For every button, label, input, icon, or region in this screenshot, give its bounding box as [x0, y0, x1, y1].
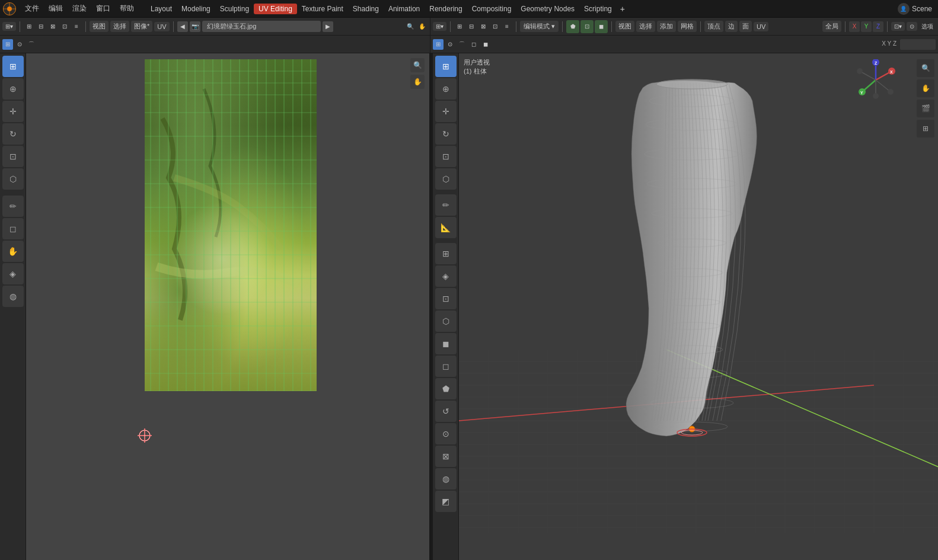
uv-tool-pinch[interactable]: ◍ — [2, 286, 24, 307]
vp-edge-menu[interactable]: 边 — [725, 21, 738, 32]
vp-add-menu[interactable]: 添加 — [657, 21, 676, 32]
uv-zoom-btn[interactable]: 🔍 — [405, 21, 416, 32]
vp-tool-add-cube[interactable]: ⊞ — [435, 243, 457, 264]
vp-circle-select-icon[interactable]: ⊙ — [445, 39, 455, 50]
vp-global-btn[interactable]: 全局 — [822, 21, 841, 32]
vp-tool-knife[interactable]: ◻ — [435, 356, 457, 377]
uv-tool-scale[interactable]: ⊡ — [2, 146, 24, 167]
uv-view-btn5[interactable]: ≡ — [71, 21, 82, 32]
x-axis-btn[interactable]: X — [849, 21, 860, 32]
vp-tool-loop-cut[interactable]: ◼ — [435, 333, 457, 354]
vp-select4[interactable]: ◻ — [468, 39, 479, 50]
vp-tool-edge-slide[interactable]: ⊠ — [435, 446, 457, 467]
uv-tool-select[interactable]: ⊞ — [2, 56, 24, 77]
uv-image-name[interactable]: 幻境碧绿玉石.jpg — [202, 21, 321, 32]
z-axis-btn[interactable]: Z — [873, 21, 883, 32]
vp-view-btn2[interactable]: ⊟ — [466, 21, 477, 32]
vp-proportional-btn[interactable]: ⊙ — [907, 22, 917, 31]
workspace-scripting[interactable]: Scripting — [579, 4, 617, 14]
uv-image-menu[interactable]: 图像* — [131, 21, 152, 32]
vp-tool-spin[interactable]: ↺ — [435, 401, 457, 422]
uv-pan-btn[interactable]: ✋ — [417, 21, 427, 32]
vp-tool-extrude[interactable]: ◈ — [435, 265, 457, 287]
vp-select5[interactable]: ◼ — [480, 39, 491, 50]
edge-select-btn[interactable]: ⊡ — [580, 20, 594, 33]
workspace-modeling[interactable]: Modeling — [177, 4, 215, 14]
menu-render[interactable]: 渲染 — [68, 2, 91, 15]
workspace-texture-paint[interactable]: Texture Paint — [297, 4, 348, 14]
vp-view-btn4[interactable]: ⊡ — [490, 21, 500, 32]
vp-uv-menu[interactable]: UV — [754, 22, 768, 31]
uv-select-lasso-icon[interactable]: ⌒ — [26, 39, 37, 50]
vp-tool-measure[interactable]: 📐 — [435, 217, 457, 238]
vp-zoom-btn[interactable]: 🔍 — [917, 59, 934, 77]
face-select-btn[interactable]: ◼ — [595, 20, 608, 33]
vp-tool-shrink[interactable]: ◍ — [435, 468, 457, 489]
uv-img-browse[interactable]: 📷 — [190, 21, 200, 32]
vp-grid-btn[interactable]: ⊞ — [917, 120, 934, 137]
uv-view-btn4[interactable]: ⊡ — [59, 21, 70, 32]
vp-tool-annotate[interactable]: ✏ — [435, 194, 457, 216]
vp-view-btn3[interactable]: ⊠ — [478, 21, 489, 32]
uv-tool-move[interactable]: ✛ — [2, 101, 24, 122]
vp-tool-scale[interactable]: ⊡ — [435, 146, 457, 167]
uv-tool-transform[interactable]: ⬡ — [2, 168, 24, 190]
uv-view-menu[interactable]: 视图 — [90, 21, 109, 32]
uv-select-box-icon[interactable]: ⊞ — [2, 39, 13, 50]
3d-viewport-canvas[interactable]: 用户透视 (1) 柱体 Z X — [459, 53, 938, 560]
vp-face-menu[interactable]: 面 — [739, 21, 752, 32]
orientation-gizmo[interactable]: Z X Y — [855, 59, 896, 103]
workspace-geometry-nodes[interactable]: Geometry Nodes — [516, 4, 579, 14]
vp-tool-smooth[interactable]: ⊙ — [435, 423, 457, 444]
uv-view-btn2[interactable]: ⊟ — [36, 21, 46, 32]
vp-tool-transform[interactable]: ⬡ — [435, 168, 457, 190]
vp-tool-move[interactable]: ✛ — [435, 101, 457, 122]
uv-view-btn1[interactable]: ⊞ — [24, 21, 34, 32]
vp-tool-inset[interactable]: ⊡ — [435, 288, 457, 309]
workspace-sculpting[interactable]: Sculpting — [215, 4, 254, 14]
uv-tool-annotate[interactable]: ✏ — [2, 196, 24, 217]
uv-tool-grab[interactable]: ✋ — [2, 241, 24, 262]
vp-tool-shear[interactable]: ◩ — [435, 491, 457, 512]
vp-camera-btn[interactable]: 🎬 — [917, 100, 934, 117]
vp-view-menu[interactable]: 视图 — [615, 21, 634, 32]
add-workspace-button[interactable]: + — [617, 3, 628, 15]
menu-edit[interactable]: 编辑 — [44, 2, 68, 15]
y-axis-btn[interactable]: Y — [861, 21, 872, 32]
workspace-layout[interactable]: Layout — [146, 4, 177, 14]
menu-help[interactable]: 帮助 — [115, 2, 139, 15]
vp-mesh-menu[interactable]: 网格 — [678, 21, 697, 32]
vp-tool-rotate[interactable]: ↻ — [435, 123, 457, 145]
uv-uv-menu[interactable]: UV — [154, 22, 169, 31]
workspace-uv-editing[interactable]: UV Editing — [254, 4, 297, 14]
uv-select-circle-icon[interactable]: ⊙ — [14, 39, 25, 50]
vp-pan-btn[interactable]: ✋ — [917, 79, 934, 97]
vertex-select-btn[interactable]: ⬟ — [566, 20, 579, 33]
vp-tool-polypen[interactable]: ⬟ — [435, 378, 457, 399]
workspace-rendering[interactable]: Rendering — [425, 4, 467, 14]
vp-snapping-btn[interactable]: ⊡▾ — [891, 22, 905, 31]
uv-zoom-nav[interactable]: 🔍 — [410, 58, 425, 72]
vp-tool-select[interactable]: ⊞ — [435, 56, 457, 77]
workspace-compositing[interactable]: Compositing — [467, 4, 516, 14]
uv-img-prev[interactable]: ◀ — [177, 21, 188, 32]
uv-img-next[interactable]: ▶ — [323, 21, 333, 32]
editor-type-btn[interactable]: ⊞▾ — [2, 22, 16, 31]
workspace-shading[interactable]: Shading — [348, 4, 384, 14]
vp-vertex-menu[interactable]: 顶点 — [704, 21, 723, 32]
vp-select-box-icon[interactable]: ⊞ — [433, 39, 444, 50]
vp-view-btn5[interactable]: ≡ — [502, 21, 512, 32]
uv-select-menu[interactable]: 选择 — [110, 21, 129, 32]
vp-editor-type[interactable]: ⊞▾ — [433, 22, 446, 31]
vp-tool-bevel[interactable]: ⬡ — [435, 311, 457, 332]
menu-window[interactable]: 窗口 — [91, 2, 115, 15]
blender-logo[interactable] — [2, 2, 17, 16]
workspace-animation[interactable]: Animation — [384, 4, 425, 14]
uv-pan-nav[interactable]: ✋ — [410, 75, 425, 89]
uv-view-btn3[interactable]: ⊠ — [47, 21, 58, 32]
vp-tool-cursor[interactable]: ⊕ — [435, 78, 457, 100]
uv-tool-relax[interactable]: ◈ — [2, 263, 24, 284]
vp-select-menu[interactable]: 选择 — [636, 21, 655, 32]
uv-tool-rip[interactable]: ◻ — [2, 218, 24, 239]
uv-editor-canvas[interactable]: 🔍 ✋ — [26, 53, 429, 560]
